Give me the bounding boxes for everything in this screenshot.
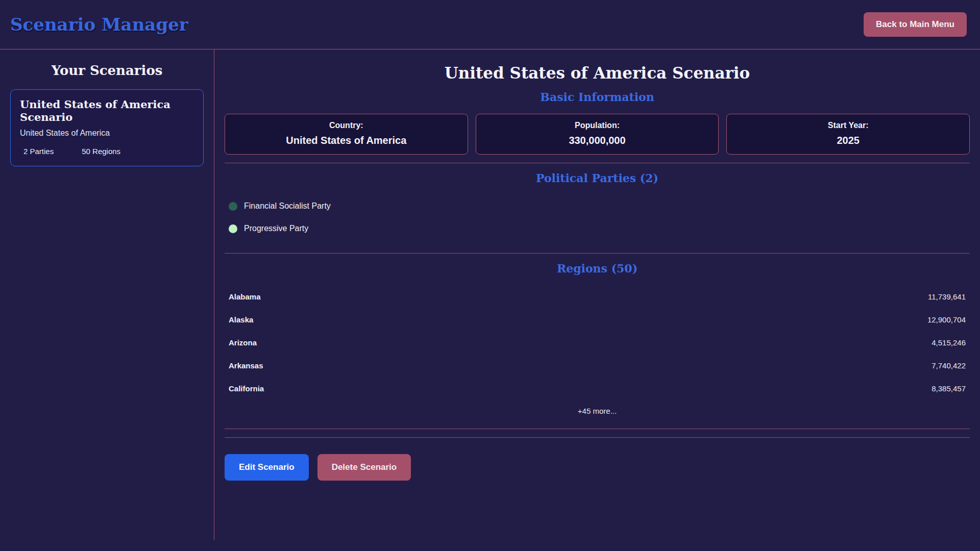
section-divider <box>225 437 970 438</box>
delete-scenario-button[interactable]: Delete Scenario <box>317 454 411 481</box>
info-card: Country: United States of America <box>225 114 468 155</box>
edit-scenario-button[interactable]: Edit Scenario <box>225 454 309 481</box>
info-card: Start Year: 2025 <box>726 114 970 155</box>
region-row: Arkansas 7,740,422 <box>225 354 970 377</box>
scenario-card-title: United States of America Scenario <box>20 98 194 123</box>
region-population: 4,515,246 <box>932 338 966 347</box>
section-divider <box>225 253 970 254</box>
region-population: 8,385,457 <box>932 384 966 393</box>
basic-info-heading: Basic Information <box>225 90 970 104</box>
party-color-dot-icon <box>229 202 237 211</box>
scenario-card-parties-count: 2 Parties <box>23 147 54 156</box>
region-row: Arizona 4,515,246 <box>225 331 970 354</box>
back-to-main-menu-button[interactable]: Back to Main Menu <box>864 12 967 37</box>
scenario-actions: Edit Scenario Delete Scenario <box>225 454 970 481</box>
sidebar: Your Scenarios United States of America … <box>0 49 214 540</box>
page-layout: Your Scenarios United States of America … <box>0 49 980 551</box>
regions-section: Regions (50) Alabama 11,739,641 Alaska 1… <box>225 262 970 420</box>
region-row: Alabama 11,739,641 <box>225 285 970 308</box>
party-list: Financial Socialist Party Progressive Pa… <box>225 195 970 245</box>
parties-heading: Political Parties (2) <box>225 171 970 185</box>
app-title: Scenario Manager <box>10 14 188 35</box>
sidebar-title: Your Scenarios <box>10 63 204 78</box>
party-name: Financial Socialist Party <box>244 202 331 211</box>
info-card-value: 330,000,000 <box>481 135 714 146</box>
info-card-label: Population: <box>481 121 714 130</box>
main-content: United States of America Scenario Basic … <box>214 49 980 551</box>
app-header: Scenario Manager Back to Main Menu <box>0 0 980 49</box>
party-name: Progressive Party <box>244 224 308 233</box>
region-row: California 8,385,457 <box>225 377 970 400</box>
region-name: Alaska <box>229 315 253 324</box>
region-list: Alabama 11,739,641 Alaska 12,900,704 Ari… <box>225 285 970 400</box>
region-population: 7,740,422 <box>932 361 966 370</box>
section-divider <box>225 429 970 429</box>
basic-info-section: Basic Information Country: United States… <box>225 90 970 155</box>
info-card-label: Country: <box>230 121 462 130</box>
scenario-card-regions-count: 50 Regions <box>82 147 120 156</box>
scenario-title: United States of America Scenario <box>225 64 970 82</box>
section-divider <box>225 163 970 163</box>
scenario-card[interactable]: United States of America Scenario United… <box>10 89 204 166</box>
party-color-dot-icon <box>229 224 237 233</box>
region-name: Arkansas <box>229 361 263 370</box>
basic-info-grid: Country: United States of America Popula… <box>225 114 970 155</box>
region-population: 11,739,641 <box>928 292 966 301</box>
regions-more-label: +45 more... <box>225 400 970 420</box>
party-row: Financial Socialist Party <box>225 195 970 217</box>
region-name: Alabama <box>229 292 261 301</box>
info-card-label: Start Year: <box>732 121 964 130</box>
info-card: Population: 330,000,000 <box>476 114 719 155</box>
regions-heading: Regions (50) <box>225 262 970 275</box>
region-name: California <box>229 384 264 393</box>
region-name: Arizona <box>229 338 257 347</box>
scenario-list: United States of America Scenario United… <box>10 89 204 166</box>
scenario-card-country: United States of America <box>20 129 194 138</box>
region-row: Alaska 12,900,704 <box>225 308 970 331</box>
region-population: 12,900,704 <box>927 315 966 324</box>
info-card-value: 2025 <box>732 135 964 146</box>
party-row: Progressive Party <box>225 217 970 240</box>
parties-section: Political Parties (2) Financial Socialis… <box>225 171 970 245</box>
info-card-value: United States of America <box>230 135 462 146</box>
scenario-card-meta: 2 Parties 50 Regions <box>20 147 194 156</box>
